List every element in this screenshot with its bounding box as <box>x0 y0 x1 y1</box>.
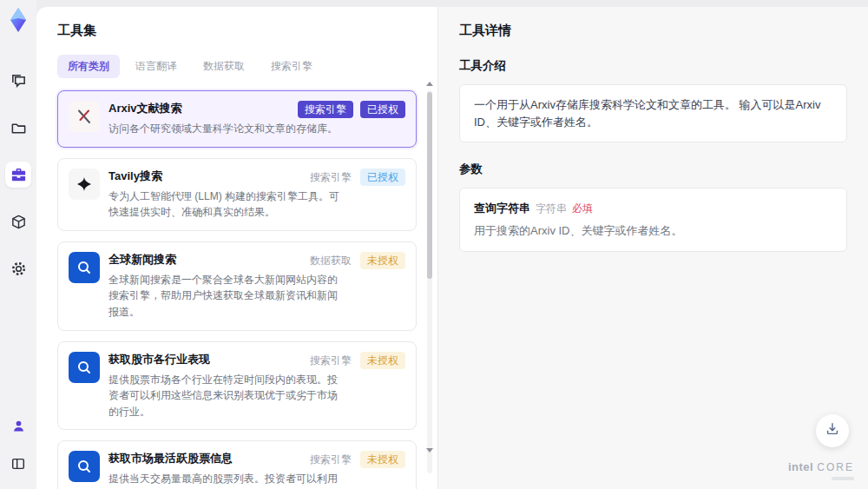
intel-core-logo: intel CORE <box>788 459 854 480</box>
tool-name: Arxiv文献搜索 <box>108 101 182 116</box>
tool-list: Arxiv文献搜索 搜索引擎 已授权 访问各个研究领域大量科学论文和文章的存储库… <box>57 90 432 489</box>
user-icon <box>11 419 26 433</box>
rail-nav <box>5 68 31 281</box>
app-logo-diamond[interactable] <box>5 7 31 33</box>
sidebar-item-chat[interactable] <box>5 68 31 94</box>
auth-badge: 已授权 <box>360 101 405 118</box>
tab-data-fetch[interactable]: 数据获取 <box>193 55 255 78</box>
sidebar-item-files[interactable] <box>5 115 31 141</box>
tool-description: 访问各个研究领域大量科学论文和文章的存储库。 <box>108 121 345 137</box>
download-button[interactable] <box>816 414 849 447</box>
rail-bottom <box>5 413 31 489</box>
category-tabs: 所有类别 语言翻译 数据获取 搜索引擎 <box>57 55 432 78</box>
main-content: 工具集 所有类别 语言翻译 数据获取 搜索引擎 Arxiv文献搜索 <box>36 7 868 489</box>
blue-search-icon <box>69 252 100 283</box>
tavily-star-icon <box>69 169 100 200</box>
tool-name: 全球新闻搜索 <box>108 252 176 268</box>
brand-intel-text: intel <box>788 460 813 473</box>
sidebar-item-collapse[interactable] <box>5 451 31 477</box>
scrollbar-up-arrow[interactable] <box>426 82 433 86</box>
blue-search-icon <box>69 352 100 383</box>
tab-language-translation[interactable]: 语言翻译 <box>125 55 187 78</box>
tool-description: 专为人工智能代理 (LLM) 构建的搜索引擎工具。可快速提供实时、准确和真实的结… <box>108 188 345 221</box>
package-icon <box>10 214 27 230</box>
arxiv-logo-icon <box>69 101 100 132</box>
brand-underline <box>832 477 854 480</box>
left-rail <box>0 0 36 489</box>
tool-description: 全球新闻搜索是一个聚合全球各大新闻网站内容的搜索引擎，帮助用户快速获取全球最新资… <box>108 272 345 320</box>
toolbox-icon <box>10 167 27 183</box>
param-required-badge: 必填 <box>572 202 593 216</box>
sidebar-item-packages[interactable] <box>5 208 31 235</box>
tool-card-arxiv[interactable]: Arxiv文献搜索 搜索引擎 已授权 访问各个研究领域大量科学论文和文章的存储库… <box>57 90 417 148</box>
category-badge: 搜索引擎 <box>308 451 353 468</box>
category-badge: 搜索引擎 <box>308 169 353 186</box>
tool-card-global-news[interactable]: 全球新闻搜索 数据获取 未授权 全球新闻搜索是一个聚合全球各大新闻网站内容的搜索… <box>57 241 417 331</box>
params-heading: 参数 <box>459 162 847 177</box>
tool-name: 获取市场最活跃股票信息 <box>108 451 233 466</box>
brand-core-text: CORE <box>817 461 854 473</box>
list-scrollbar[interactable] <box>426 82 433 484</box>
scrollbar-thumb[interactable] <box>427 92 432 279</box>
category-badge: 数据获取 <box>308 252 353 269</box>
tool-name: Tavily搜索 <box>108 169 162 184</box>
tool-card-active-stocks[interactable]: 获取市场最活跃股票信息 搜索引擎 未授权 提供当天交易量最高的股票列表。投资者可… <box>57 440 417 489</box>
tool-details-pane: 工具详情 工具介绍 一个用于从Arxiv存储库搜索科学论文和文章的工具。 输入可… <box>437 7 868 489</box>
auth-badge: 未授权 <box>360 352 405 369</box>
page-title: 工具集 <box>57 23 432 39</box>
auth-badge: 已授权 <box>360 169 405 186</box>
scrollbar-down-arrow[interactable] <box>426 448 433 453</box>
tool-card-tavily[interactable]: Tavily搜索 搜索引擎 已授权 专为人工智能代理 (LLM) 构建的搜索引擎… <box>57 158 417 231</box>
category-badge: 搜索引擎 <box>308 352 353 369</box>
details-title: 工具详情 <box>459 23 847 39</box>
settings-gear-icon <box>10 261 27 277</box>
chat-icon <box>10 73 27 89</box>
param-type: 字符串 <box>536 202 567 216</box>
download-icon <box>825 421 840 440</box>
sidebar-item-settings[interactable] <box>5 255 31 281</box>
auth-badge: 未授权 <box>360 451 405 468</box>
sidebar-item-account[interactable] <box>5 413 31 439</box>
tool-card-sector-performance[interactable]: 获取股市各行业表现 搜索引擎 未授权 提供股票市场各个行业在特定时间段内的表现。… <box>57 341 417 431</box>
param-description: 用于搜索的Arxiv ID、关键字或作者姓名。 <box>474 223 832 239</box>
intro-heading: 工具介绍 <box>459 58 847 74</box>
category-badge: 搜索引擎 <box>298 101 353 118</box>
tab-all-categories[interactable]: 所有类别 <box>57 55 120 78</box>
param-card: 查询字符串 字符串 必填 用于搜索的Arxiv ID、关键字或作者姓名。 <box>459 188 847 252</box>
param-name: 查询字符串 <box>474 201 530 216</box>
auth-badge: 未授权 <box>360 252 405 269</box>
folder-icon <box>10 120 27 136</box>
blue-search-icon <box>69 451 100 482</box>
tool-description: 提供股票市场各个行业在特定时间段内的表现。投资者可以利用这些信息来识别表现优于或… <box>108 372 345 420</box>
sidebar-item-tools[interactable] <box>5 162 31 188</box>
tool-description: 提供当天交易量最高的股票列表。投资者可以利用这些信息来识别流动性强的股票和潜在的… <box>108 471 345 489</box>
panel-toggle-icon <box>10 456 26 472</box>
intro-text: 一个用于从Arxiv存储库搜索科学论文和文章的工具。 输入可以是Arxiv ID… <box>459 84 847 142</box>
tool-name: 获取股市各行业表现 <box>108 352 210 367</box>
tab-search-engine[interactable]: 搜索引擎 <box>260 55 323 78</box>
tool-list-pane: 工具集 所有类别 语言翻译 数据获取 搜索引擎 Arxiv文献搜索 <box>36 7 437 489</box>
